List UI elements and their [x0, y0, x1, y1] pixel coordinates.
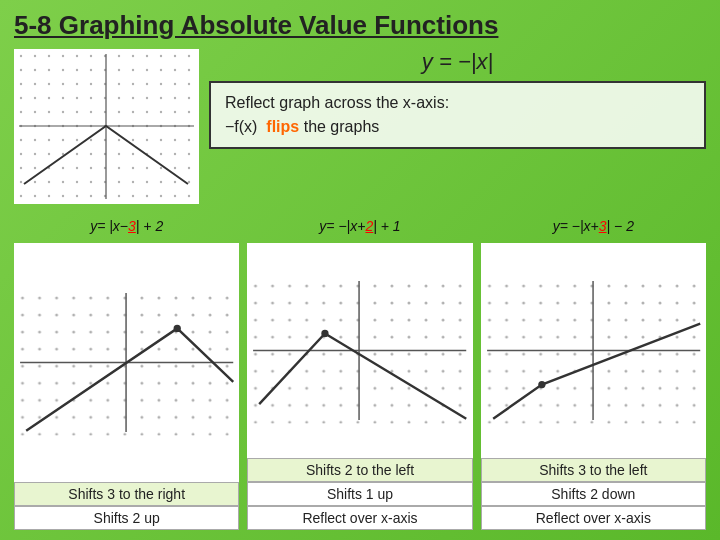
col1-graph: [14, 243, 239, 482]
svg-point-18: [538, 381, 545, 388]
col2-shift2: Shifts 1 up: [247, 482, 472, 506]
column-3: y = −|x + 3| − 2: [481, 212, 706, 530]
page-title: 5-8 Graphing Absolute Value Functions: [14, 10, 706, 41]
col1-formula: y = |x − 3| + 2: [14, 212, 239, 240]
formula-reflect-box: y = −|x| Reflect graph across the x-axis…: [209, 49, 706, 149]
main-formula: y = −|x|: [209, 49, 706, 75]
main-graph: [14, 49, 199, 204]
col1-shift1: Shifts 3 to the right: [14, 482, 239, 506]
col2-graph: [247, 243, 472, 458]
column-1: y = |x − 3| + 2: [14, 212, 239, 530]
col3-shift1: Shifts 3 to the left: [481, 458, 706, 482]
col3-formula: y = −|x + 3| − 2: [481, 212, 706, 240]
col2-shift3: Reflect over x-axis: [247, 506, 472, 530]
top-row: y = −|x| Reflect graph across the x-axis…: [14, 49, 706, 204]
col2-shift1: Shifts 2 to the left: [247, 458, 472, 482]
bottom-row: y = |x − 3| + 2: [14, 212, 706, 530]
col3-shift2: Shifts 2 down: [481, 482, 706, 506]
reflect-box: Reflect graph across the x-axis: −f(x) f…: [209, 81, 706, 149]
column-2: y = −|x + 2| + 1: [247, 212, 472, 530]
col3-graph: [481, 243, 706, 458]
col1-shift2: Shifts 2 up: [14, 506, 239, 530]
col2-formula: y = −|x + 2| + 1: [247, 212, 472, 240]
flips-word: flips: [266, 118, 299, 135]
svg-point-13: [322, 330, 329, 337]
svg-point-8: [174, 325, 181, 332]
reflect-text-2: −f(x) flips the graphs: [225, 115, 690, 139]
page-container: 5-8 Graphing Absolute Value Functions: [0, 0, 720, 540]
reflect-text-1: Reflect graph across the x-axis:: [225, 91, 690, 115]
col3-shift3: Reflect over x-axis: [481, 506, 706, 530]
